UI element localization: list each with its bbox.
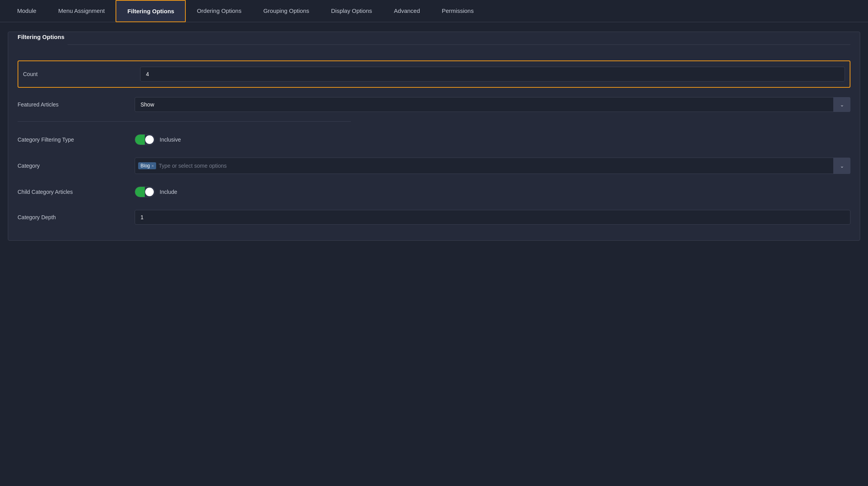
- child-category-articles-label: Child Category Articles: [18, 189, 135, 195]
- tab-permissions[interactable]: Permissions: [431, 0, 485, 22]
- featured-articles-select-wrap: Show ⌄: [135, 97, 850, 112]
- featured-articles-label: Featured Articles: [18, 101, 135, 108]
- panel-header-line: [68, 44, 850, 45]
- category-filtering-type-toggle[interactable]: [135, 134, 155, 145]
- child-category-articles-toggle-wrap: Include: [135, 186, 850, 197]
- featured-articles-chevron-icon[interactable]: ⌄: [833, 97, 850, 112]
- child-category-articles-row: Child Category Articles Include: [18, 180, 850, 204]
- featured-articles-value: Show: [141, 101, 154, 108]
- category-filtering-type-toggle-thumb: [145, 135, 154, 144]
- featured-articles-row: Featured Articles Show ⌄: [18, 91, 850, 118]
- tab-menu-assignment[interactable]: Menu Assignment: [47, 0, 116, 22]
- category-row: Category Blog × Type or select some opti…: [18, 151, 850, 180]
- tab-navigation: Module Menu Assignment Filtering Options…: [0, 0, 868, 22]
- category-placeholder: Type or select some options: [158, 163, 226, 169]
- child-category-articles-toggle-track: [135, 186, 155, 197]
- panel-header: Filtering Options: [18, 37, 850, 53]
- count-input[interactable]: [140, 67, 845, 82]
- category-depth-label: Category Depth: [18, 214, 135, 220]
- tab-filtering-options[interactable]: Filtering Options: [116, 0, 186, 22]
- category-filtering-type-toggle-wrap: Inclusive: [135, 134, 850, 145]
- category-filtering-type-label: Category Filtering Type: [18, 137, 135, 143]
- category-tag-blog: Blog ×: [138, 162, 156, 169]
- main-content: Filtering Options Count Featured Article…: [0, 22, 868, 250]
- category-depth-row: Category Depth: [18, 204, 850, 231]
- child-category-articles-toggle[interactable]: [135, 186, 155, 197]
- category-depth-control: [135, 210, 850, 225]
- featured-articles-select[interactable]: Show: [135, 97, 850, 112]
- tab-display-options[interactable]: Display Options: [320, 0, 383, 22]
- category-control: Blog × Type or select some options ⌄: [135, 158, 850, 174]
- category-filtering-type-toggle-track: [135, 134, 155, 145]
- category-tag-blog-text: Blog: [141, 163, 150, 169]
- category-filtering-type-toggle-label: Inclusive: [160, 137, 181, 143]
- category-depth-input[interactable]: [135, 210, 850, 225]
- filtering-options-panel: Filtering Options Count Featured Article…: [8, 32, 860, 241]
- tab-module[interactable]: Module: [6, 0, 47, 22]
- category-chevron-icon[interactable]: ⌄: [833, 158, 850, 174]
- tab-grouping-options[interactable]: Grouping Options: [253, 0, 320, 22]
- section-divider: [18, 121, 351, 122]
- child-category-articles-toggle-thumb: [145, 188, 154, 196]
- category-multiselect[interactable]: Blog × Type or select some options: [135, 158, 850, 174]
- child-category-articles-control: Include: [135, 186, 850, 197]
- count-row: Count: [18, 60, 850, 88]
- tab-ordering-options[interactable]: Ordering Options: [186, 0, 252, 22]
- category-filtering-type-row: Category Filtering Type Inclusive: [18, 128, 850, 151]
- child-category-articles-toggle-label: Include: [160, 189, 177, 195]
- category-select-wrap: Blog × Type or select some options ⌄: [135, 158, 850, 174]
- category-tag-blog-close-icon[interactable]: ×: [151, 163, 154, 168]
- featured-articles-control: Show ⌄: [135, 97, 850, 112]
- count-control: [140, 67, 845, 82]
- panel-title: Filtering Options: [14, 34, 68, 40]
- category-filtering-type-control: Inclusive: [135, 134, 850, 145]
- category-label: Category: [18, 163, 135, 169]
- tab-advanced[interactable]: Advanced: [383, 0, 431, 22]
- count-label: Count: [23, 71, 140, 77]
